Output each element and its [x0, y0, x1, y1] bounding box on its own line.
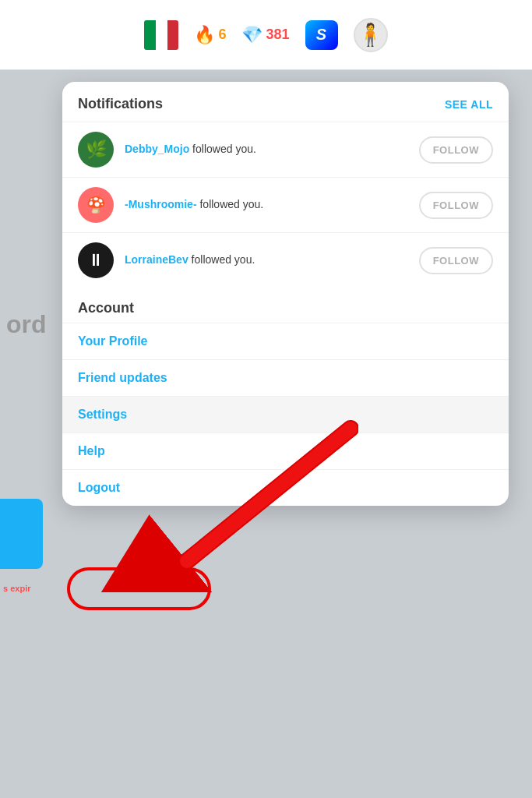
- gem-icon: 💎: [241, 25, 262, 45]
- see-all-link[interactable]: SEE ALL: [445, 98, 493, 111]
- notifications-header: Notifications SEE ALL: [62, 82, 509, 122]
- account-title: Account: [78, 300, 134, 316]
- notif-avatar-2: 🍄: [78, 187, 114, 223]
- streak-badge[interactable]: 🔥 6: [194, 25, 226, 45]
- follow-button-1[interactable]: FOLLOW: [419, 136, 493, 164]
- notif-text-3: LorraineBev followed you.: [125, 252, 408, 268]
- flag-red: [167, 20, 179, 50]
- language-flag[interactable]: [144, 20, 178, 50]
- flag-green: [144, 20, 156, 50]
- notif-avatar-icon-3: ⏸: [87, 250, 104, 270]
- flag-white: [156, 20, 167, 50]
- notif-avatar-1: 🌿: [78, 132, 114, 168]
- notification-item-1: 🌿 Debby_Mojo followed you. FOLLOW: [62, 122, 509, 177]
- menu-item-logout[interactable]: Logout: [62, 469, 509, 506]
- notif-avatar-icon-1: 🌿: [86, 139, 107, 160]
- notifications-title: Notifications: [78, 96, 163, 112]
- notif-username-3[interactable]: LorraineBev: [125, 253, 188, 266]
- gems-count: 381: [266, 26, 289, 43]
- background-word: ord: [0, 304, 53, 345]
- notif-action-3: followed you.: [188, 253, 255, 266]
- fire-icon: 🔥: [194, 25, 215, 45]
- notif-username-1[interactable]: Debby_Mojo: [125, 143, 189, 155]
- follow-button-3[interactable]: FOLLOW: [419, 247, 493, 274]
- menu-item-settings[interactable]: Settings: [62, 396, 509, 433]
- super-label: S: [316, 26, 326, 44]
- notification-item-3: ⏸ LorraineBev followed you. FOLLOW: [62, 232, 509, 288]
- notif-action-1: followed you.: [189, 143, 256, 155]
- left-blue-block: [0, 499, 43, 569]
- notif-username-2[interactable]: -Mushroomie-: [125, 198, 197, 210]
- top-nav: 🔥 6 💎 381 S 🧍: [0, 0, 532, 70]
- notif-text-2: -Mushroomie- followed you.: [125, 197, 408, 213]
- streak-count: 6: [218, 26, 226, 43]
- avatar-figure: 🧍: [357, 24, 384, 46]
- notif-avatar-3: ⏸: [78, 242, 114, 278]
- notification-item-2: 🍄 -Mushroomie- followed you. FOLLOW: [62, 177, 509, 232]
- user-avatar[interactable]: 🧍: [354, 18, 388, 52]
- menu-item-your-profile[interactable]: Your Profile: [62, 323, 509, 359]
- notif-avatar-icon-2: 🍄: [86, 196, 106, 214]
- expiry-text: s expir: [0, 581, 62, 596]
- menu-item-friend-updates[interactable]: Friend updates: [62, 359, 509, 396]
- super-badge[interactable]: S: [305, 20, 338, 50]
- follow-button-2[interactable]: FOLLOW: [419, 192, 493, 219]
- notif-action-2: followed you.: [197, 198, 264, 210]
- notif-text-1: Debby_Mojo followed you.: [125, 142, 408, 157]
- account-section: Account: [62, 288, 509, 323]
- menu-item-help[interactable]: Help: [62, 433, 509, 469]
- dropdown-panel: Notifications SEE ALL 🌿 Debby_Mojo follo…: [62, 82, 509, 506]
- gems-badge[interactable]: 💎 381: [241, 25, 289, 45]
